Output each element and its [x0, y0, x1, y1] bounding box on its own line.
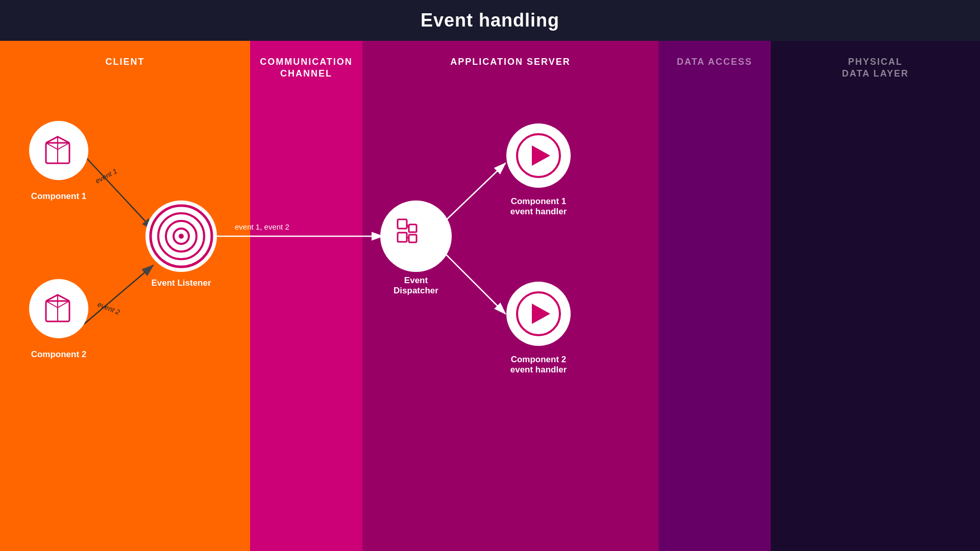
zone-data: DATA ACCESS — [658, 41, 771, 551]
zone-app: APPLICATION SERVER — [362, 41, 658, 551]
zone-comm-label: COMMUNICATIONCHANNEL — [260, 56, 353, 80]
zone-client-label: CLIENT — [106, 56, 145, 68]
page-title: Event handling — [421, 10, 559, 31]
zone-client: CLIENT — [0, 41, 250, 551]
zone-app-label: APPLICATION SERVER — [450, 56, 570, 68]
main-content: CLIENT COMMUNICATIONCHANNEL APPLICATION … — [0, 41, 980, 551]
zone-physical-label: PHYSICALDATA LAYER — [842, 56, 909, 80]
header: Event handling — [0, 0, 980, 41]
zone-comm: COMMUNICATIONCHANNEL — [250, 41, 362, 551]
zone-physical: PHYSICALDATA LAYER — [771, 41, 980, 551]
zone-data-label: DATA ACCESS — [677, 56, 752, 68]
